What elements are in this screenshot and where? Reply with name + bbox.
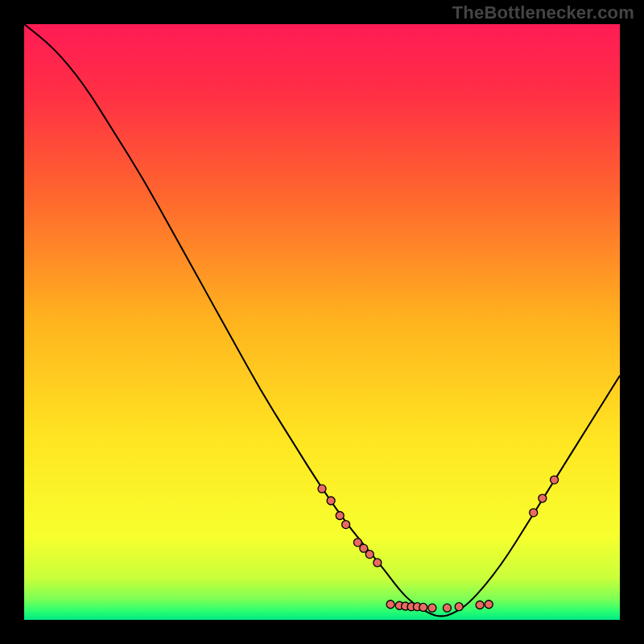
data-marker <box>318 485 326 493</box>
chart-background <box>24 24 620 620</box>
data-marker <box>476 601 484 609</box>
chart-frame: TheBottlenecker.com <box>0 0 644 644</box>
data-marker <box>428 604 436 612</box>
data-marker <box>419 603 427 611</box>
data-marker <box>342 521 350 529</box>
data-marker <box>551 476 559 484</box>
bottleneck-chart <box>24 24 620 620</box>
data-marker <box>530 509 538 517</box>
data-marker <box>443 604 451 612</box>
data-marker <box>386 601 394 609</box>
data-marker <box>327 497 335 505</box>
data-marker <box>455 603 463 611</box>
data-marker <box>336 512 344 520</box>
data-marker <box>485 601 493 609</box>
chart-svg <box>24 24 620 620</box>
data-marker <box>374 559 382 567</box>
data-marker <box>365 551 374 559</box>
data-marker <box>539 494 547 502</box>
watermark-text: TheBottlenecker.com <box>452 2 634 23</box>
